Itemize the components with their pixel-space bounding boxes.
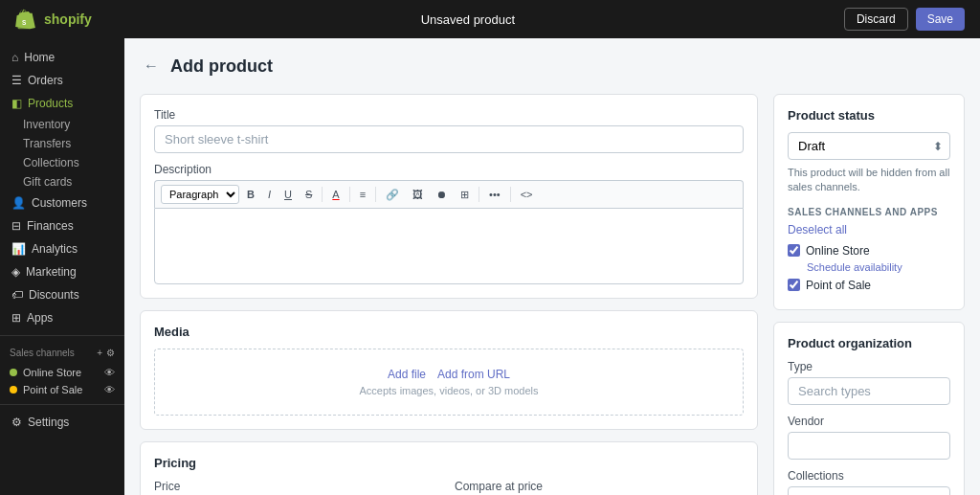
type-label: Type: [788, 360, 950, 373]
sidebar-item-customers[interactable]: 👤 Customers: [0, 191, 124, 214]
code-button[interactable]: <>: [515, 186, 539, 203]
italic-button[interactable]: I: [262, 186, 277, 203]
sidebar-item-apps[interactable]: ⊞ Apps: [0, 306, 124, 329]
sidebar-sub-giftcards[interactable]: Gift cards: [0, 172, 124, 191]
sidebar-item-discounts[interactable]: 🏷 Discounts: [0, 283, 124, 306]
text-color-button[interactable]: A: [326, 186, 345, 203]
sales-channel-online-store[interactable]: Online Store 👁: [0, 364, 124, 381]
image-button[interactable]: 🖼: [407, 186, 429, 203]
compare-price-field: Compare at price $ ⓘ: [455, 480, 744, 495]
toolbar-divider-2: [349, 187, 350, 202]
topbar-title: Unsaved product: [421, 12, 515, 27]
sidebar-item-marketing-label: Marketing: [26, 265, 77, 279]
add-from-url-link[interactable]: Add from URL: [437, 368, 510, 381]
sidebar-item-analytics-label: Analytics: [32, 242, 78, 256]
title-input[interactable]: [154, 125, 744, 153]
sales-channels-settings-icon[interactable]: ⚙: [106, 348, 115, 358]
pos-status-dot: [10, 386, 17, 394]
customers-icon: 👤: [11, 196, 26, 210]
vendor-input[interactable]: [788, 432, 950, 460]
vendor-label: Vendor: [788, 415, 950, 428]
add-file-link[interactable]: Add file: [388, 368, 426, 381]
type-field: Type: [788, 360, 950, 405]
sales-channels-section-title: SALES CHANNELS AND APPS: [788, 207, 950, 217]
marketing-icon: ◈: [11, 265, 20, 279]
sidebar-item-orders-label: Orders: [28, 74, 63, 87]
topbar: S shopify Unsaved product Discard Save: [0, 0, 980, 38]
vendor-field: Vendor: [788, 415, 950, 460]
sidebar-sub-transfers[interactable]: Transfers: [0, 134, 124, 153]
collections-input[interactable]: [788, 486, 950, 495]
sidebar-item-marketing[interactable]: ◈ Marketing: [0, 260, 124, 283]
product-organization-card: Product organization Type Vendor Collect…: [773, 322, 965, 495]
sidebar-item-products[interactable]: ◧ Products: [0, 92, 124, 115]
sales-channels-label: Sales channels: [10, 348, 75, 358]
content-side: Product status Draft Active ⬍ This produ…: [773, 94, 965, 495]
discounts-icon: 🏷: [11, 288, 23, 302]
status-select[interactable]: Draft Active: [788, 132, 950, 160]
media-card: Media Add file Add from URL Accepts imag…: [140, 310, 758, 430]
sidebar-item-products-label: Products: [28, 97, 73, 110]
table-button[interactable]: ⊞: [455, 186, 475, 204]
description-editor[interactable]: [154, 208, 744, 284]
online-store-eye-icon[interactable]: 👁: [104, 367, 115, 378]
channel-online-store-label: Online Store: [806, 244, 870, 258]
underline-button[interactable]: U: [278, 186, 298, 203]
sidebar-item-finances[interactable]: ⊟ Finances: [0, 214, 124, 237]
page-title: Add product: [170, 56, 273, 77]
finances-icon: ⊟: [11, 219, 21, 233]
sidebar-item-home-label: Home: [24, 51, 55, 64]
strikethrough-button[interactable]: S: [300, 186, 318, 203]
more-button[interactable]: •••: [483, 186, 506, 203]
sidebar-item-analytics[interactable]: 📊 Analytics: [0, 237, 124, 260]
price-label: Price: [154, 480, 443, 493]
online-store-status-dot: [10, 369, 17, 376]
title-label: Title: [154, 108, 744, 122]
sidebar-item-home[interactable]: ⌂ Home: [0, 46, 124, 69]
back-button[interactable]: ←: [140, 54, 163, 79]
sales-channels-section: SALES CHANNELS AND APPS Deselect all Onl…: [788, 207, 950, 292]
shopify-logo-icon: S: [15, 9, 36, 30]
deselect-all-link[interactable]: Deselect all: [788, 223, 950, 236]
content-main: Title Description Paragraph B I U S A: [140, 94, 758, 495]
toolbar-divider-4: [479, 187, 479, 202]
sales-channel-pos[interactable]: Point of Sale 👁: [0, 381, 124, 398]
sidebar-item-settings[interactable]: ⚙ Settings: [0, 411, 124, 434]
channel-pos: Point of Sale: [788, 279, 950, 292]
sales-channels-icons: + ⚙: [97, 348, 115, 358]
bold-button[interactable]: B: [241, 186, 260, 203]
online-store-label: Online Store: [23, 367, 81, 378]
record-button[interactable]: ⏺: [431, 186, 453, 203]
type-input[interactable]: [788, 377, 950, 405]
app-body: ⌂ Home ☰ Orders ◧ Products Inventory Tra…: [0, 38, 980, 495]
settings-icon: ⚙: [11, 416, 22, 429]
media-links: Add file Add from URL: [388, 368, 510, 381]
sales-channels-add-icon[interactable]: +: [97, 348, 102, 358]
collections-label: Collections: [788, 469, 950, 483]
channel-online-store-checkbox[interactable]: [788, 244, 800, 257]
analytics-icon: 📊: [11, 242, 26, 256]
channel-pos-checkbox[interactable]: [788, 279, 800, 291]
home-icon: ⌂: [11, 51, 18, 64]
sidebar-sub-inventory[interactable]: Inventory: [0, 115, 124, 134]
sidebar-item-orders[interactable]: ☰ Orders: [0, 69, 124, 92]
sidebar: ⌂ Home ☰ Orders ◧ Products Inventory Tra…: [0, 38, 124, 495]
product-organization-title: Product organization: [788, 336, 950, 350]
pricing-title: Pricing: [154, 456, 744, 470]
media-title: Media: [154, 325, 744, 339]
schedule-availability-link[interactable]: Schedule availability: [807, 261, 950, 273]
status-hint: This product will be hidden from all sal…: [788, 166, 950, 195]
link-button[interactable]: 🔗: [380, 186, 405, 204]
align-button[interactable]: ≡: [354, 186, 371, 203]
sidebar-item-discounts-label: Discounts: [29, 288, 79, 302]
pos-eye-icon[interactable]: 👁: [104, 384, 115, 395]
toolbar-divider-1: [322, 187, 323, 202]
product-status-title: Product status: [788, 108, 950, 123]
sidebar-item-finances-label: Finances: [27, 219, 74, 233]
sidebar-sub-collections[interactable]: Collections: [0, 153, 124, 172]
discard-button[interactable]: Discard: [844, 8, 908, 31]
products-icon: ◧: [11, 97, 22, 110]
paragraph-select[interactable]: Paragraph: [161, 185, 239, 204]
save-button[interactable]: Save: [916, 8, 965, 31]
media-drop-area[interactable]: Add file Add from URL Accepts images, vi…: [154, 349, 744, 416]
